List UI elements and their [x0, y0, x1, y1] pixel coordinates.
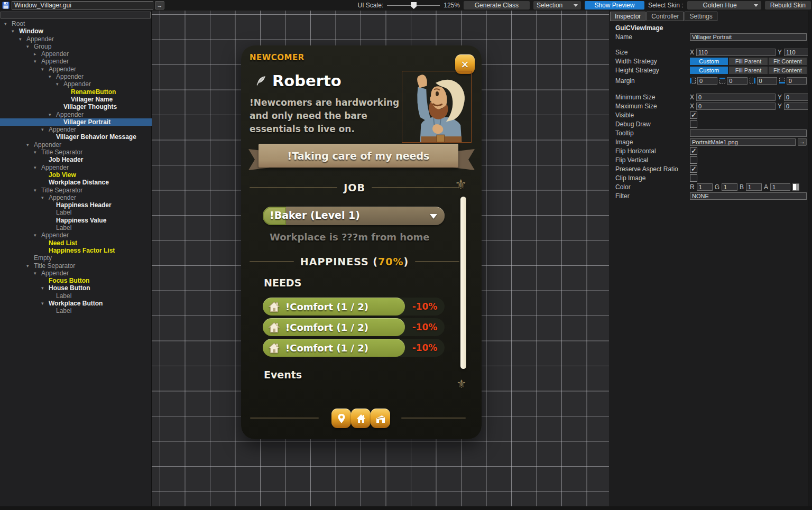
save-icon[interactable] — [2, 2, 10, 9]
expander-open-icon[interactable]: ▾ — [34, 149, 41, 156]
expander-open-icon[interactable]: ▾ — [34, 270, 41, 277]
expander-open-icon[interactable]: ▾ — [34, 164, 41, 171]
browse-image-button[interactable]: → — [798, 138, 807, 146]
max-size-x-field[interactable] — [696, 103, 776, 110]
expander-open-icon[interactable]: ▾ — [41, 126, 49, 133]
expander-open-icon[interactable]: ▾ — [34, 58, 41, 65]
house-button[interactable] — [351, 409, 371, 428]
height-strategy-fit-content[interactable]: Fit Content — [769, 67, 807, 74]
filename-input[interactable] — [12, 1, 153, 10]
tree-item-villager-behavior-message[interactable]: Villager Behavior Message — [0, 133, 152, 141]
tree-item-empty[interactable]: Empty — [0, 254, 152, 262]
tree-item-villager-name[interactable]: Villager Name — [0, 96, 152, 103]
generate-class-button[interactable]: Generate Class — [464, 1, 530, 10]
tree-item-appender[interactable]: ▾Appender — [0, 141, 152, 149]
color-a-field[interactable] — [770, 183, 790, 191]
height-strategy-custom[interactable]: Custom — [690, 67, 728, 74]
tree-item-appender[interactable]: ▾Appender — [0, 270, 152, 277]
ui-scale-slider[interactable] — [387, 1, 440, 10]
expander-closed-icon[interactable]: ▸ — [34, 50, 41, 58]
expander-open-icon[interactable]: ▾ — [34, 231, 41, 239]
expander-open-icon[interactable]: ▾ — [4, 20, 12, 27]
expander-open-icon[interactable]: ▾ — [26, 43, 34, 50]
tree-item-appender[interactable]: ▾Appender — [0, 111, 152, 118]
tree-item-label[interactable]: Label — [0, 292, 152, 300]
name-field[interactable] — [690, 33, 807, 41]
min-size-x-field[interactable] — [696, 94, 776, 101]
need-item[interactable]: !Comfort (1 / 2) -10% — [263, 318, 445, 336]
tree-item-appender[interactable]: ▾Appender — [0, 164, 152, 171]
tree-item-label[interactable]: Label — [0, 209, 152, 216]
tree-item-workplace-button[interactable]: ▾Workplace Button — [0, 300, 152, 307]
tab-inspector[interactable]: Inspector — [610, 12, 645, 21]
tree-item-group[interactable]: ▾Group — [0, 43, 152, 50]
expander-open-icon[interactable]: ▾ — [49, 111, 56, 118]
tree-item-villager-thoughts[interactable]: Villager Thoughts — [0, 103, 152, 110]
debug-draw-checkbox[interactable] — [690, 120, 697, 128]
width-strategy-custom[interactable]: Custom — [690, 58, 728, 65]
job-dropdown[interactable]: !Baker (Level 1) — [263, 207, 445, 225]
expander-open-icon[interactable]: ▾ — [49, 73, 56, 80]
tree-item-focus-button[interactable]: Focus Button — [0, 277, 152, 284]
flip-horizontal-checkbox[interactable] — [690, 147, 697, 155]
expander-open-icon[interactable]: ▾ — [41, 300, 49, 307]
expander-open-icon[interactable]: ▾ — [41, 66, 49, 73]
tree-item-happiness-factor-list[interactable]: Happiness Factor List — [0, 247, 152, 254]
tree-item-appender[interactable]: ▾Appender — [0, 73, 152, 80]
margin-top-field[interactable] — [727, 77, 747, 85]
tree-item-title-separator[interactable]: ▾Title Separator — [0, 187, 152, 194]
visible-checkbox[interactable] — [690, 112, 697, 119]
color-swatch[interactable] — [792, 183, 799, 191]
inspector-scrollbar[interactable] — [808, 11, 812, 506]
focus-button[interactable] — [331, 409, 351, 428]
tree-item-window[interactable]: ▾Window — [0, 27, 152, 35]
tree-item-title-separator[interactable]: ▾Title Separator — [0, 149, 152, 156]
tree-item-label[interactable]: Label — [0, 224, 152, 231]
clip-image-checkbox[interactable] — [690, 174, 697, 182]
tree-item-label[interactable]: Label — [0, 307, 152, 314]
margin-bottom-field[interactable] — [787, 77, 807, 85]
width-strategy-fill-parent[interactable]: Fill Parent — [729, 58, 767, 65]
height-strategy-fill-parent[interactable]: Fill Parent — [729, 67, 767, 74]
slider-thumb[interactable] — [411, 2, 417, 9]
image-field[interactable] — [690, 138, 796, 146]
width-strategy-fit-content[interactable]: Fit Content — [769, 58, 807, 65]
skin-dropdown[interactable]: Golden Hue — [687, 1, 761, 10]
tree-item-happiness-value[interactable]: Happiness Value — [0, 217, 152, 224]
expander-open-icon[interactable]: ▾ — [34, 187, 41, 194]
color-r-field[interactable] — [697, 183, 713, 191]
expander-open-icon[interactable]: ▾ — [41, 194, 49, 201]
size-x-field[interactable] — [696, 49, 776, 56]
tree-item-happiness-header[interactable]: Happiness Header — [0, 201, 152, 209]
tree-item-appender[interactable]: ▾Appender — [0, 194, 152, 201]
margin-left-field[interactable] — [697, 77, 717, 85]
tree-item-title-separator[interactable]: ▾Title Separator — [0, 262, 152, 270]
color-g-field[interactable] — [722, 183, 737, 191]
tree-item-workplace-distance[interactable]: Workplace Distance — [0, 179, 152, 186]
color-b-field[interactable] — [746, 183, 762, 191]
tree-item-appender[interactable]: ▾Appender — [0, 35, 152, 43]
tree-item-appender[interactable]: ▾Appender — [0, 58, 152, 65]
expander-open-icon[interactable]: ▾ — [41, 284, 49, 292]
selection-dropdown[interactable]: Selection — [533, 1, 581, 10]
expander-open-icon[interactable]: ▾ — [12, 27, 19, 35]
workplace-button[interactable] — [371, 409, 390, 428]
tab-settings[interactable]: Settings — [685, 12, 717, 21]
preview-scrollbar[interactable] — [460, 197, 466, 369]
tree-item-house-button[interactable]: ▾House Button — [0, 284, 152, 292]
tab-controller[interactable]: Controller — [647, 12, 684, 21]
flip-vertical-checkbox[interactable] — [690, 156, 697, 164]
tree-item-appender[interactable]: ▾Appender — [0, 80, 152, 88]
need-item[interactable]: !Comfort (1 / 2) -10% — [263, 339, 445, 357]
tree-item-villager-portrait[interactable]: Villager Portrait — [0, 118, 152, 126]
expander-open-icon[interactable]: ▾ — [56, 80, 63, 88]
tree-item-appender[interactable]: ▾Appender — [0, 231, 152, 239]
expander-open-icon[interactable]: ▾ — [26, 262, 34, 270]
tree-item-job-view[interactable]: Job View — [0, 171, 152, 179]
expander-open-icon[interactable]: ▾ — [19, 35, 26, 43]
open-file-button[interactable]: → — [155, 1, 164, 10]
tree-item-need-list[interactable]: Need List — [0, 239, 152, 247]
need-item[interactable]: !Comfort (1 / 2) -10% — [263, 298, 445, 316]
tree-item-appender[interactable]: ▾Appender — [0, 126, 152, 133]
filter-field[interactable] — [690, 192, 807, 200]
